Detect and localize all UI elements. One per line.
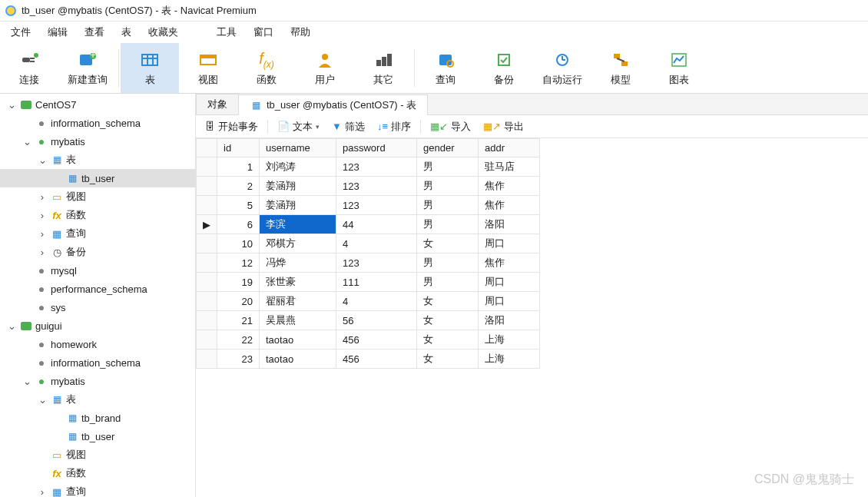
table-row[interactable]: 1刘鸿涛123男驻马店 xyxy=(197,157,540,177)
cell-addr[interactable]: 上海 xyxy=(479,330,540,350)
menu-4[interactable]: 收藏夹 xyxy=(141,22,186,42)
table-row[interactable]: 5姜涵翔123男焦作 xyxy=(197,196,540,215)
tree-item[interactable]: ●information_schema xyxy=(0,114,195,132)
cell-gender[interactable]: 女 xyxy=(417,311,479,330)
twisty-icon[interactable]: › xyxy=(37,247,48,258)
cell-gender[interactable]: 女 xyxy=(417,234,479,253)
tool-chart[interactable]: 图表 xyxy=(650,43,708,93)
tree-item[interactable]: ›fx函数 xyxy=(0,206,195,224)
tree-item[interactable]: ▦tb_user xyxy=(0,169,195,187)
tool-table[interactable]: 表 xyxy=(121,43,179,93)
cell-gender[interactable]: 男 xyxy=(417,196,479,215)
cell-gender[interactable]: 男 xyxy=(417,215,479,234)
tool-user[interactable]: 用户 xyxy=(296,43,354,93)
cell-password[interactable]: 456 xyxy=(336,350,417,369)
cell-id[interactable]: 1 xyxy=(217,157,260,177)
tree-item[interactable]: ●homework xyxy=(0,335,195,353)
cell-id[interactable]: 6 xyxy=(217,215,260,234)
tree-item[interactable]: ▭视图 xyxy=(0,446,195,464)
tree-item[interactable]: ›◷备份 xyxy=(0,243,195,261)
col-header[interactable]: addr xyxy=(479,139,540,157)
cell-username[interactable]: 姜涵翔 xyxy=(260,196,336,215)
cell-id[interactable]: 2 xyxy=(217,177,260,196)
menu-6[interactable]: 窗口 xyxy=(246,22,281,42)
cell-username[interactable]: 吴晨燕 xyxy=(260,311,336,330)
tree-item[interactable]: ›▭视图 xyxy=(0,187,195,206)
cell-addr[interactable]: 焦作 xyxy=(479,196,540,215)
twisty-icon[interactable]: ⌄ xyxy=(22,376,32,387)
table-row[interactable]: 19张世豪111男周口 xyxy=(197,273,540,292)
import-button[interactable]: ▦↙ 导入 xyxy=(426,118,475,136)
tab-data[interactable]: ▦ tb_user @mybatis (CentOS7) - 表 xyxy=(238,94,428,115)
cell-id[interactable]: 12 xyxy=(217,253,260,273)
twisty-icon[interactable]: › xyxy=(37,210,48,221)
cell-gender[interactable]: 男 xyxy=(417,157,479,177)
tree-item[interactable]: ⌄●mybatis xyxy=(0,132,195,151)
menu-3[interactable]: 表 xyxy=(114,22,139,42)
twisty-icon[interactable]: ⌄ xyxy=(37,394,48,406)
tree-item[interactable]: ⌄●mybatis xyxy=(0,372,195,390)
twisty-icon[interactable]: ⌄ xyxy=(22,136,32,147)
cell-password[interactable]: 123 xyxy=(336,157,417,177)
filter-button[interactable]: ▼ 筛选 xyxy=(327,118,369,136)
cell-id[interactable]: 22 xyxy=(217,330,260,350)
tree-item[interactable]: ●sys xyxy=(0,298,195,316)
cell-addr[interactable]: 周口 xyxy=(479,234,540,253)
twisty-icon[interactable]: ⌄ xyxy=(6,320,17,332)
cell-password[interactable]: 123 xyxy=(336,177,417,196)
twisty-icon[interactable]: › xyxy=(37,191,48,203)
col-header[interactable]: gender xyxy=(417,139,479,157)
tool-model[interactable]: 模型 xyxy=(591,43,650,93)
tool-backup[interactable]: 备份 xyxy=(475,43,533,93)
cell-username[interactable]: 刘鸿涛 xyxy=(260,157,336,177)
cell-id[interactable]: 5 xyxy=(217,196,260,215)
tree-item[interactable]: ●information_schema xyxy=(0,353,195,372)
sort-button[interactable]: ↓≡ 排序 xyxy=(373,118,416,136)
cell-password[interactable]: 4 xyxy=(336,292,417,311)
tree-item[interactable]: ⌄guigui xyxy=(0,316,195,335)
cell-username[interactable]: taotao xyxy=(260,330,336,350)
cell-gender[interactable]: 女 xyxy=(417,292,479,311)
tree-item[interactable]: ●performance_schema xyxy=(0,280,195,298)
menu-0[interactable]: 文件 xyxy=(3,22,38,42)
tree-item[interactable]: ⌄▦表 xyxy=(0,390,195,409)
cell-id[interactable]: 10 xyxy=(217,234,260,253)
tool-view[interactable]: 视图 xyxy=(179,43,237,93)
tool-query[interactable]: 查询 xyxy=(416,43,475,93)
table-row[interactable]: 23taotao456女上海 xyxy=(197,350,540,369)
cell-addr[interactable]: 周口 xyxy=(479,273,540,292)
cell-password[interactable]: 123 xyxy=(336,253,417,273)
twisty-icon[interactable]: › xyxy=(37,228,48,240)
export-button[interactable]: ▦↗ 导出 xyxy=(479,118,528,136)
tree-item[interactable]: ›▦查询 xyxy=(0,482,195,497)
table-row[interactable]: ▶6李滨44男洛阳 xyxy=(197,215,540,234)
tree-item[interactable]: ●mysql xyxy=(0,261,195,280)
cell-gender[interactable]: 男 xyxy=(417,253,479,273)
twisty-icon[interactable]: ⌄ xyxy=(6,99,17,111)
menu-1[interactable]: 编辑 xyxy=(40,22,75,42)
cell-password[interactable]: 123 xyxy=(336,196,417,215)
tool-plug[interactable]: 连接 xyxy=(0,43,58,93)
cell-addr[interactable]: 周口 xyxy=(479,292,540,311)
table-row[interactable]: 2姜涵翔123男焦作 xyxy=(197,177,540,196)
cell-username[interactable]: 翟丽君 xyxy=(260,292,336,311)
table-row[interactable]: 21吴晨燕56女洛阳 xyxy=(197,311,540,330)
tree-item[interactable]: ⌄CentOS7 xyxy=(0,95,195,114)
begin-transaction-button[interactable]: 🗄 开始事务 xyxy=(200,118,263,136)
tool-other[interactable]: 其它 xyxy=(354,43,412,93)
menu-7[interactable]: 帮助 xyxy=(283,22,318,42)
cell-gender[interactable]: 女 xyxy=(417,350,479,369)
cell-username[interactable]: 张世豪 xyxy=(260,273,336,292)
cell-password[interactable]: 111 xyxy=(336,273,417,292)
cell-addr[interactable]: 洛阳 xyxy=(479,311,540,330)
cell-gender[interactable]: 男 xyxy=(417,177,479,196)
tree-item[interactable]: ›▦查询 xyxy=(0,224,195,243)
tool-fx[interactable]: f(x)函数 xyxy=(237,43,296,93)
cell-id[interactable]: 20 xyxy=(217,292,260,311)
tool-auto[interactable]: 自动运行 xyxy=(533,43,591,93)
cell-addr[interactable]: 上海 xyxy=(479,350,540,369)
tab-objects[interactable]: 对象 xyxy=(196,94,239,114)
cell-username[interactable]: 邓棋方 xyxy=(260,234,336,253)
tree-item[interactable]: fx函数 xyxy=(0,464,195,482)
col-header[interactable]: id xyxy=(217,139,260,157)
